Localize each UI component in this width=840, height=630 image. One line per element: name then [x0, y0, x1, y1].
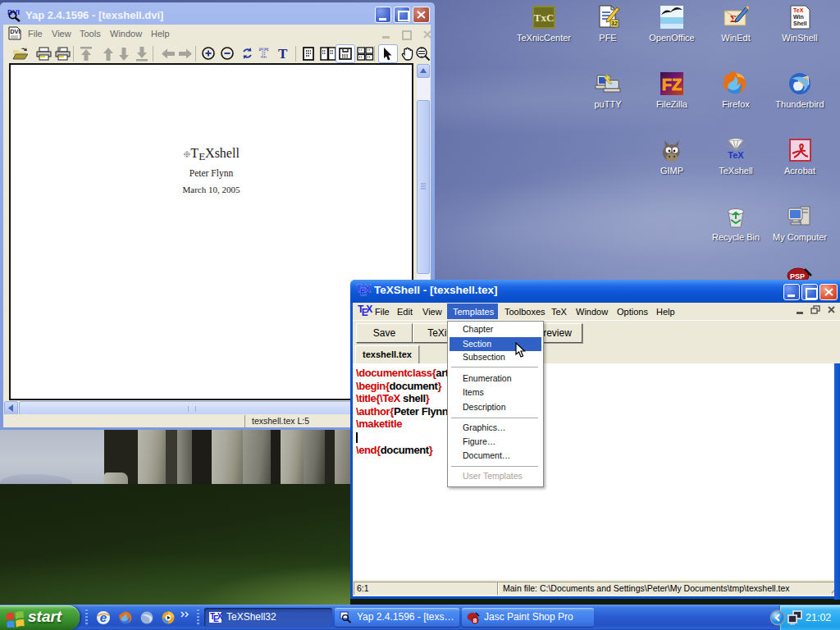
svg-text:Win: Win	[793, 14, 804, 20]
svg-text:T: T	[278, 46, 288, 62]
svg-text:TeX: TeX	[728, 150, 744, 160]
svg-text:e: e	[100, 610, 107, 624]
svg-text:TEX: TEX	[356, 283, 371, 298]
svg-text:TEX: TEX	[358, 304, 372, 318]
svg-text:TxC: TxC	[534, 11, 555, 24]
svg-text:8: 8	[473, 617, 477, 624]
svg-text:TeX: TeX	[793, 7, 804, 13]
svg-text:DVI: DVI	[10, 28, 21, 35]
svg-text:Shell: Shell	[793, 21, 807, 26]
svg-text:T: T	[259, 46, 268, 60]
svg-text:32: 32	[611, 21, 618, 26]
svg-text:FZ: FZ	[662, 75, 682, 94]
